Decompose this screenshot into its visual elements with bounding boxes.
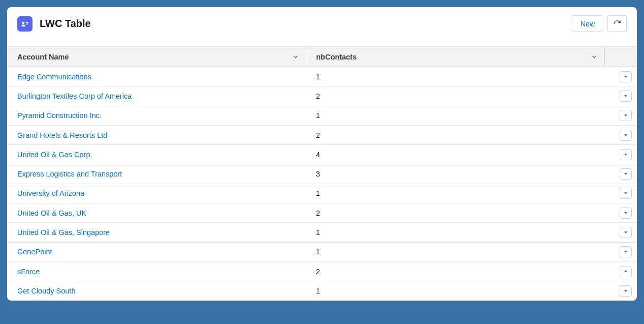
cell-contacts: 4 [306, 145, 604, 164]
chevron-down-icon [589, 52, 599, 62]
row-actions-menu[interactable] [620, 71, 632, 82]
account-link[interactable]: GenePoint [17, 248, 52, 256]
header-actions: New [572, 15, 627, 32]
cell-contacts: 1 [306, 242, 604, 261]
cell-contacts: 1 [306, 106, 604, 125]
cell-contacts: 1 [306, 223, 604, 242]
cell-account-name: United Oil & Gas, Singapore [7, 223, 306, 242]
column-label: nbContacts [316, 53, 357, 61]
cell-contacts: 2 [306, 125, 604, 144]
caret-down-icon [623, 152, 628, 157]
cell-actions [604, 223, 637, 242]
row-actions-menu[interactable] [620, 246, 632, 257]
column-label: Account Name [17, 53, 69, 61]
cell-actions [604, 145, 637, 164]
column-header-account-name[interactable]: Account Name [7, 47, 306, 67]
row-actions-menu[interactable] [620, 208, 632, 219]
account-link[interactable]: University of Arizona [17, 189, 84, 197]
svg-rect-3 [26, 23, 28, 24]
contact-icon [17, 16, 33, 32]
account-link[interactable]: Edge Communications [17, 73, 91, 81]
caret-down-icon [623, 94, 628, 99]
refresh-button[interactable] [607, 15, 627, 32]
caret-down-icon [623, 249, 628, 254]
cell-account-name: GenePoint [7, 242, 306, 261]
data-table: Account Name nbContacts [7, 46, 637, 301]
account-link[interactable]: United Oil & Gas, Singapore [17, 228, 110, 237]
row-actions-menu[interactable] [620, 149, 632, 160]
cell-contacts: 3 [306, 164, 604, 184]
cell-actions [604, 261, 637, 281]
chevron-down-icon [291, 52, 301, 62]
table-row: GenePoint1 [7, 242, 637, 261]
refresh-icon [613, 20, 621, 28]
caret-down-icon [623, 191, 628, 196]
cell-actions [604, 184, 637, 203]
account-link[interactable]: Grand Hotels & Resorts Ltd [17, 131, 107, 139]
cell-contacts: 1 [306, 67, 604, 86]
account-link[interactable]: Burlington Textiles Corp of America [17, 92, 132, 100]
table-row: Grand Hotels & Resorts Ltd2 [7, 125, 637, 144]
cell-account-name: Grand Hotels & Resorts Ltd [7, 125, 306, 144]
account-link[interactable]: Express Logistics and Transport [17, 170, 122, 178]
table-row: Edge Communications1 [7, 67, 637, 86]
caret-down-icon [623, 113, 628, 118]
table-row: Burlington Textiles Corp of America2 [7, 86, 637, 106]
cell-account-name: Pyramid Construction Inc. [7, 106, 306, 125]
row-actions-menu[interactable] [620, 91, 632, 102]
cell-account-name: sForce [7, 261, 306, 281]
caret-down-icon [623, 288, 628, 293]
cell-account-name: Edge Communications [7, 67, 306, 86]
svg-rect-2 [26, 22, 28, 23]
caret-down-icon [623, 211, 628, 216]
cell-actions [604, 125, 637, 144]
row-actions-menu[interactable] [620, 110, 632, 121]
row-actions-menu[interactable] [620, 227, 632, 238]
cell-account-name: Express Logistics and Transport [7, 164, 306, 184]
column-header-nbcontacts[interactable]: nbContacts [306, 47, 604, 67]
table-row: Express Logistics and Transport3 [7, 164, 637, 184]
cell-account-name: United Oil & Gas Corp. [7, 145, 306, 164]
page-title: LWC Table [40, 18, 572, 30]
cell-contacts: 1 [306, 184, 604, 203]
table-row: sForce2 [7, 261, 637, 281]
account-link[interactable]: Get Cloudy South [17, 287, 75, 295]
row-actions-menu[interactable] [620, 266, 632, 277]
account-link[interactable]: sForce [17, 268, 40, 276]
account-link[interactable]: United Oil & Gas Corp. [17, 151, 92, 159]
account-link[interactable]: Pyramid Construction Inc. [17, 111, 102, 120]
cell-actions [604, 106, 637, 125]
cell-actions [604, 203, 637, 223]
row-actions-menu[interactable] [620, 188, 632, 199]
card-header: LWC Table New [7, 7, 637, 46]
cell-contacts: 2 [306, 261, 604, 281]
cell-account-name: United Oil & Gas, UK [7, 203, 306, 223]
account-link[interactable]: United Oil & Gas, UK [17, 209, 86, 217]
svg-point-1 [22, 21, 25, 24]
caret-down-icon [623, 171, 628, 176]
caret-down-icon [623, 133, 628, 138]
cell-account-name: Burlington Textiles Corp of America [7, 86, 306, 106]
caret-down-icon [623, 74, 628, 79]
cell-account-name: Get Cloudy South [7, 281, 306, 301]
caret-down-icon [623, 269, 628, 274]
table-row: University of Arizona1 [7, 184, 637, 203]
cell-actions [604, 242, 637, 261]
row-actions-menu[interactable] [620, 130, 632, 141]
cell-actions [604, 86, 637, 106]
table-row: United Oil & Gas, UK2 [7, 203, 637, 223]
cell-contacts: 2 [306, 203, 604, 223]
table-row: United Oil & Gas, Singapore1 [7, 223, 637, 242]
table-row: Get Cloudy South1 [7, 281, 637, 301]
cell-account-name: University of Arizona [7, 184, 306, 203]
cell-actions [604, 67, 637, 86]
column-header-actions [604, 47, 637, 67]
table-row: Pyramid Construction Inc.1 [7, 106, 637, 125]
row-actions-menu[interactable] [620, 285, 632, 297]
cell-actions [604, 164, 637, 184]
caret-down-icon [623, 230, 628, 235]
table-row: United Oil & Gas Corp.4 [7, 145, 637, 164]
new-button[interactable]: New [572, 15, 603, 32]
cell-contacts: 1 [306, 281, 604, 301]
row-actions-menu[interactable] [620, 168, 632, 180]
